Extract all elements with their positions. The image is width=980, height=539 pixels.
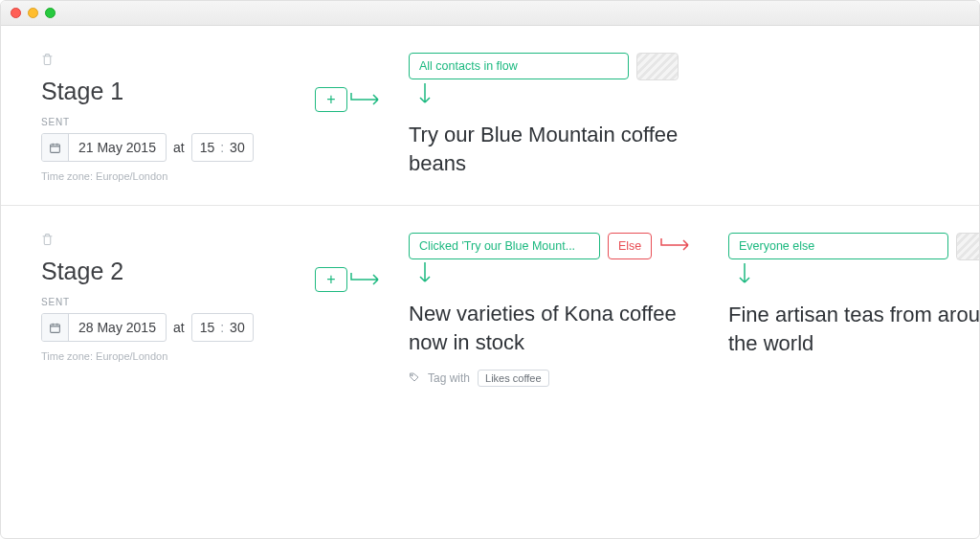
flow-column: All contacts in flow Try our Blue Mounta… [409, 53, 705, 182]
maximize-icon[interactable] [45, 8, 56, 18]
email-subject[interactable]: New varieties of Kona coffee now in stoc… [409, 300, 686, 356]
placeholder-box[interactable] [636, 53, 679, 80]
arrow-right-icon [349, 272, 384, 291]
stage-title: Stage 2 [41, 258, 290, 285]
time-minute[interactable]: 30 [230, 320, 245, 335]
trash-icon[interactable] [41, 53, 290, 70]
app-window: Stage 1 SENT 21 May 2015 at 15 : 30 [0, 0, 980, 539]
stage-content: All contacts in flow Try our Blue Mounta… [409, 53, 945, 182]
content-area: Stage 1 SENT 21 May 2015 at 15 : 30 [1, 26, 979, 538]
svg-rect-1 [51, 324, 60, 332]
condition-pill[interactable]: Clicked 'Try our Blue Mount... [409, 233, 600, 259]
time-picker[interactable]: 15 : 30 [191, 133, 254, 162]
stage-panel: Stage 2 SENT 28 May 2015 at 15 : 30 [1, 206, 979, 410]
sent-label: SENT [41, 117, 290, 127]
arrow-down-icon [418, 261, 705, 290]
tag-label: Tag with [428, 371, 470, 385]
time-sep: : [220, 140, 224, 155]
arrow-right-icon [659, 237, 694, 257]
calendar-icon[interactable] [42, 134, 69, 161]
arrow-right-icon [349, 92, 384, 111]
svg-point-2 [412, 374, 413, 376]
time-minute[interactable]: 30 [230, 140, 245, 155]
stage-header: Stage 2 SENT 28 May 2015 at 15 : 30 [41, 233, 290, 387]
flow-column: Everyone else Fine artisan teas from aro… [728, 233, 979, 387]
add-branch-group: + [315, 87, 384, 182]
condition-pill[interactable]: Everyone else [728, 233, 948, 259]
svg-rect-0 [51, 144, 60, 152]
add-branch-button[interactable]: + [315, 267, 347, 292]
flow-header-row: Clicked 'Try our Blue Mount... Else [409, 233, 705, 259]
date-picker[interactable]: 28 May 2015 [41, 313, 167, 342]
date-row: 21 May 2015 at 15 : 30 [41, 133, 290, 162]
stage-header: Stage 1 SENT 21 May 2015 at 15 : 30 [41, 53, 290, 182]
date-picker[interactable]: 21 May 2015 [41, 133, 167, 162]
tag-row: Tag with Likes coffee [409, 370, 705, 387]
arrow-down-icon [738, 262, 979, 291]
trash-icon[interactable] [41, 233, 290, 250]
flow-header-row: All contacts in flow [409, 53, 705, 80]
date-text: 21 May 2015 [69, 140, 166, 155]
stage-title: Stage 1 [41, 78, 290, 105]
time-picker[interactable]: 15 : 30 [191, 313, 254, 342]
stage-content: Clicked 'Try our Blue Mount... Else New … [409, 233, 979, 387]
tag-icon [409, 371, 420, 386]
placeholder-box[interactable] [956, 233, 979, 260]
time-sep: : [220, 320, 224, 335]
add-branch-button[interactable]: + [315, 87, 347, 112]
time-hour[interactable]: 15 [200, 320, 215, 335]
timezone-label: Time zone: Europe/London [41, 170, 290, 182]
tag-chip[interactable]: Likes coffee [478, 370, 549, 387]
flow-column: Clicked 'Try our Blue Mount... Else New … [409, 233, 705, 387]
date-row: 28 May 2015 at 15 : 30 [41, 313, 290, 342]
stage-panel: Stage 1 SENT 21 May 2015 at 15 : 30 [1, 26, 979, 206]
flow-header-row: Everyone else [728, 233, 979, 260]
condition-pill[interactable]: All contacts in flow [409, 53, 629, 79]
calendar-icon[interactable] [42, 314, 69, 341]
else-pill[interactable]: Else [608, 233, 652, 259]
title-bar[interactable] [1, 1, 979, 26]
minimize-icon[interactable] [28, 8, 38, 18]
at-text: at [173, 320, 185, 335]
time-hour[interactable]: 15 [200, 140, 215, 155]
email-subject[interactable]: Try our Blue Mountain coffee beans [409, 121, 686, 177]
email-subject[interactable]: Fine artisan teas from around the world [728, 301, 979, 357]
sent-label: SENT [41, 297, 290, 307]
at-text: at [173, 140, 185, 155]
timezone-label: Time zone: Europe/London [41, 350, 290, 362]
arrow-down-icon [418, 82, 705, 111]
date-text: 28 May 2015 [69, 320, 166, 335]
add-branch-group: + [315, 267, 384, 387]
close-icon[interactable] [11, 8, 21, 18]
